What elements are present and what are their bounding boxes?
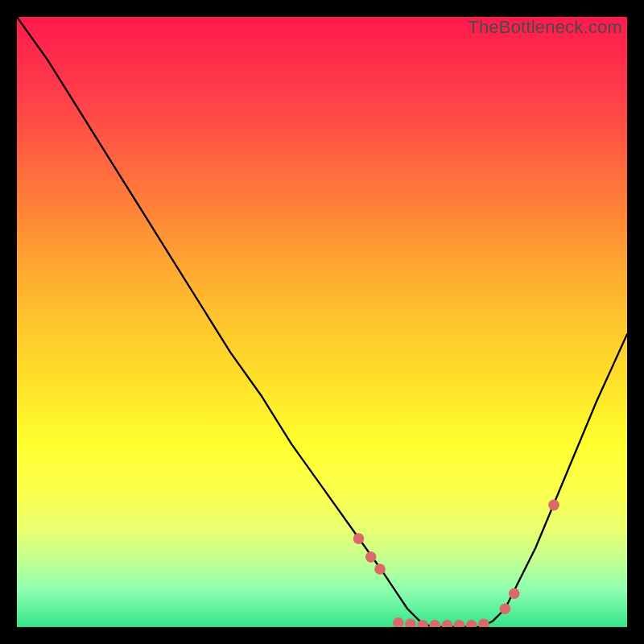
curve-marker (429, 620, 440, 627)
curve-marker (442, 620, 453, 627)
curve-marker (478, 618, 489, 627)
curve-marker (466, 620, 477, 627)
curve-marker (454, 620, 465, 627)
outer-black-frame: TheBottleneck.com (0, 0, 644, 644)
curve-marker (365, 551, 377, 563)
bottleneck-curve (17, 17, 627, 627)
curve-marker (374, 564, 386, 575)
curve-marker (405, 618, 416, 627)
curve-marker (500, 603, 511, 614)
curve-marker (393, 617, 404, 627)
source-attribution: TheBottleneck.com (468, 17, 622, 38)
chart-svg (17, 17, 627, 627)
curve-marker (548, 500, 559, 511)
curve-marker (509, 588, 520, 600)
curve-marker (353, 533, 365, 544)
plot-area: TheBottleneck.com (17, 17, 627, 627)
